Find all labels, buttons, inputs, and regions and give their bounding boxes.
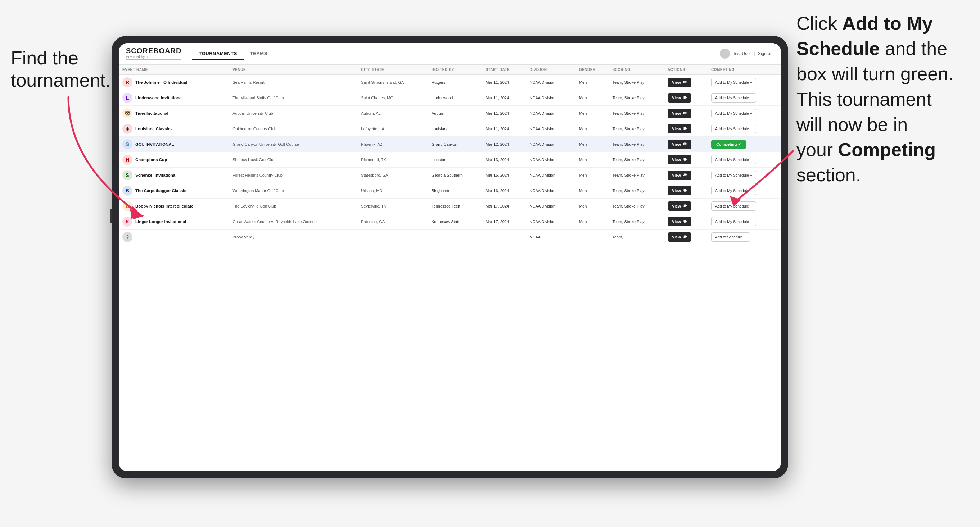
header-right: Test User | Sign out	[720, 49, 774, 59]
add-to-schedule-button[interactable]: Add to Schedule +	[711, 232, 750, 242]
start-date-cell: Mar 16, 2024	[482, 183, 526, 198]
eye-icon: 👁	[683, 126, 687, 131]
event-name-text: The Johnnie - O Individual	[135, 80, 187, 84]
add-to-schedule-button[interactable]: Add to My Schedule +	[711, 109, 756, 118]
table-row: B The Carpetbagger Classic Worthington M…	[119, 183, 781, 198]
actions-cell: View 👁	[664, 106, 708, 121]
start-date-cell: Mar 17, 2024	[482, 214, 526, 230]
tab-teams[interactable]: TEAMS	[243, 48, 274, 60]
annotation-right: Click Add to MySchedule and thebox will …	[797, 11, 969, 187]
view-button[interactable]: View 👁	[668, 170, 691, 180]
city-cell: Eatonton, GA	[357, 214, 428, 230]
division-cell: NCAA Division I	[526, 121, 576, 137]
start-date-cell: Mar 17, 2024	[482, 198, 526, 214]
city-cell: Richmond, TX	[357, 152, 428, 168]
hosted-by-cell: Auburn	[428, 106, 482, 121]
city-cell: Statesboro, GA	[357, 168, 428, 183]
gender-cell: Men	[576, 152, 609, 168]
city-cell: Urbana, MD	[357, 183, 428, 198]
gender-cell: Men	[576, 121, 609, 137]
gender-cell	[576, 230, 609, 245]
scoring-cell: Team, Stroke Play	[609, 121, 664, 137]
actions-cell: View 👁	[664, 214, 708, 230]
competing-cell: Add to My Schedule +	[708, 75, 781, 90]
view-button[interactable]: View 👁	[668, 217, 691, 226]
start-date-cell: Mar 12, 2024	[482, 137, 526, 152]
nav-tabs: TOURNAMENTS TEAMS	[192, 48, 274, 60]
arrow-left-icon	[57, 90, 148, 227]
city-cell: Saint Simons Island, GA	[357, 75, 428, 90]
hosted-by-cell: Grand Canyon	[428, 137, 482, 152]
view-button[interactable]: View 👁	[668, 78, 691, 87]
scoring-cell: Team,	[609, 230, 664, 245]
gender-cell: Men	[576, 106, 609, 121]
competing-cell: Add to My Schedule +	[708, 106, 781, 121]
eye-icon: 👁	[683, 157, 687, 162]
add-to-schedule-button[interactable]: Add to My Schedule +	[711, 93, 756, 103]
venue-cell: Forest Heights Country Club	[229, 168, 357, 183]
view-button[interactable]: View 👁	[668, 124, 691, 133]
eye-icon: 👁	[683, 111, 687, 116]
add-to-schedule-button[interactable]: Add to My Schedule +	[711, 124, 756, 133]
scoring-cell: Team, Stroke Play	[609, 198, 664, 214]
gender-cell: Men	[576, 214, 609, 230]
eye-icon: 👁	[683, 173, 687, 178]
table-row: K Linger Longer Invitational Great Water…	[119, 214, 781, 230]
venue-cell: Shadow Hawk Golf Club	[229, 152, 357, 168]
gender-cell: Men	[576, 90, 609, 106]
tab-tournaments[interactable]: TOURNAMENTS	[192, 48, 243, 60]
view-button[interactable]: View 👁	[668, 232, 691, 242]
view-button[interactable]: View 👁	[668, 186, 691, 195]
view-button[interactable]: View 👁	[668, 155, 691, 164]
table-header-row: EVENT NAME VENUE CITY, STATE HOSTED BY S…	[119, 65, 781, 75]
table-row: B Bobby Nichols Intercollegiate The Sevi…	[119, 198, 781, 214]
table-container: EVENT NAME VENUE CITY, STATE HOSTED BY S…	[119, 65, 781, 471]
division-cell: NCAA Division I	[526, 106, 576, 121]
gender-cell: Men	[576, 183, 609, 198]
tablet-frame: SCOREBOARD Powered by clippd TOURNAMENTS…	[111, 36, 788, 478]
scoring-cell: Team, Stroke Play	[609, 106, 664, 121]
event-name-cell: R The Johnnie - O Individual	[119, 75, 229, 90]
view-button[interactable]: View 👁	[668, 93, 691, 103]
table-row: S Schenkel Invitational Forest Heights C…	[119, 168, 781, 183]
city-cell	[357, 230, 428, 245]
logo-text: SCOREBOARD	[126, 47, 181, 55]
venue-cell: Brook Valley...	[229, 230, 357, 245]
city-cell: Saint Charles, MO	[357, 90, 428, 106]
divider: |	[754, 51, 755, 56]
division-cell: NCAA Division I	[526, 152, 576, 168]
venue-cell: Grand Canyon University Golf Course	[229, 137, 357, 152]
actions-cell: View 👁	[664, 152, 708, 168]
hosted-by-cell: Louisiana	[428, 121, 482, 137]
table-row: L Lindenwood Invitational The Missouri B…	[119, 90, 781, 106]
gender-cell: Men	[576, 198, 609, 214]
view-button[interactable]: View 👁	[668, 109, 691, 118]
signout-link[interactable]: Sign out	[758, 51, 774, 56]
scoring-cell: Team, Stroke Play	[609, 90, 664, 106]
app-header: SCOREBOARD Powered by clippd TOURNAMENTS…	[119, 43, 781, 65]
city-cell: Phoenix, AZ	[357, 137, 428, 152]
event-name-cell: ?	[119, 230, 229, 245]
add-to-schedule-button[interactable]: Add to My Schedule +	[711, 78, 756, 87]
col-scoring: SCORING	[609, 65, 664, 75]
division-cell: NCAA Division I	[526, 214, 576, 230]
view-button[interactable]: View 👁	[668, 140, 691, 149]
scoring-cell: Team, Stroke Play	[609, 168, 664, 183]
scoring-cell: Team, Stroke Play	[609, 183, 664, 198]
hosted-by-cell: Rutgers	[428, 75, 482, 90]
avatar	[720, 49, 730, 59]
col-start-date: START DATE	[482, 65, 526, 75]
actions-cell: View 👁	[664, 75, 708, 90]
venue-cell: Worthington Manor Golf Club	[229, 183, 357, 198]
view-button[interactable]: View 👁	[668, 202, 691, 211]
venue-cell: The Missouri Bluffs Golf Club	[229, 90, 357, 106]
start-date-cell: Mar 11, 2024	[482, 75, 526, 90]
table-row: ⚜ Louisiana Classics Oakbourne Country C…	[119, 121, 781, 137]
gender-cell: Men	[576, 137, 609, 152]
user-name: Test User	[733, 51, 751, 56]
division-cell: NCAA Division I	[526, 168, 576, 183]
hosted-by-cell: Houston	[428, 152, 482, 168]
col-division: DIVISION	[526, 65, 576, 75]
col-competing: COMPETING	[708, 65, 781, 75]
col-event-name: EVENT NAME	[119, 65, 229, 75]
